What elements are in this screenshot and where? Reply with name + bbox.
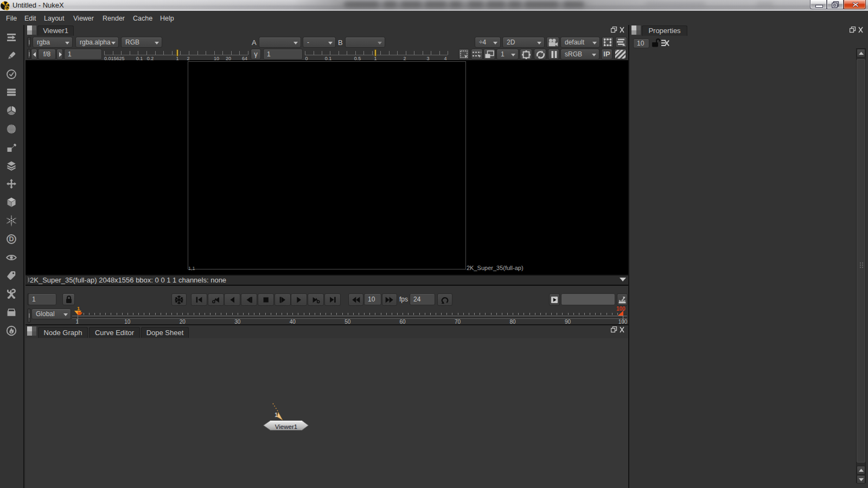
svg-text:D: D — [9, 235, 14, 243]
svg-text:Viewer1: Viewer1 — [275, 423, 297, 430]
svg-text:1: 1 — [275, 412, 278, 418]
svg-text:1: 1 — [77, 305, 80, 311]
